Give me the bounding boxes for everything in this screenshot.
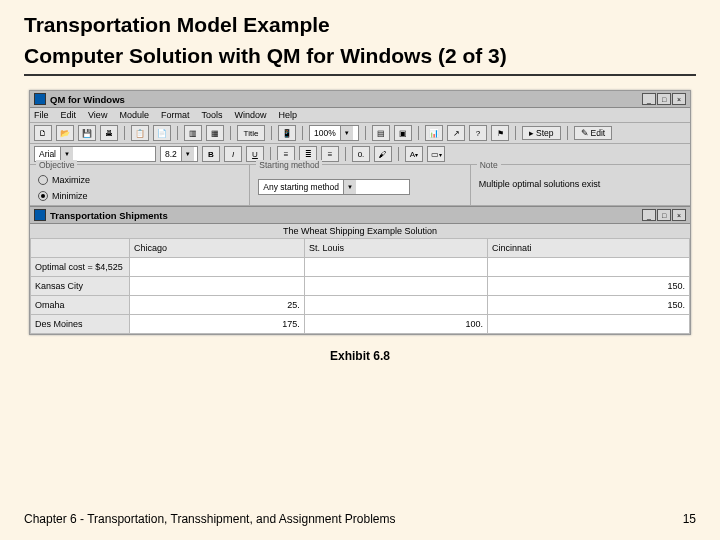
- starting-method-label: Starting method: [256, 160, 322, 170]
- subwin-title: Transportation Shipments: [50, 210, 168, 221]
- footer-chapter: Chapter 6 - Transportation, Transshipmen…: [24, 512, 396, 526]
- print-icon[interactable]: 🖶: [100, 125, 118, 141]
- app-title: QM for Windows: [50, 94, 125, 105]
- toolbar-standard: 🗋 📂 💾 🖶 📋 📄 ▥ ▦ Title 📱 100%▼ ▤ ▣ 📊 ↗ ? …: [30, 123, 690, 144]
- slide-title-line2: Computer Solution with QM for Windows (2…: [24, 43, 696, 68]
- menu-tools[interactable]: Tools: [201, 110, 222, 120]
- bold-button[interactable]: B: [202, 146, 220, 162]
- menu-format[interactable]: Format: [161, 110, 190, 120]
- objective-label: Objective: [36, 160, 77, 170]
- minimize-button[interactable]: _: [642, 93, 656, 105]
- note-panel: Note Multiple optimal solutions exist: [471, 165, 690, 205]
- slide-title-line1: Transportation Model Example: [24, 12, 696, 37]
- results-table: Chicago St. Louis Cincinnati Optimal cos…: [30, 238, 690, 334]
- paste-icon[interactable]: 📄: [153, 125, 171, 141]
- sub-minimize-button[interactable]: _: [642, 209, 656, 221]
- menu-window[interactable]: Window: [234, 110, 266, 120]
- objective-panel: Objective Maximize Minimize: [30, 165, 250, 205]
- title-underline: [24, 74, 696, 76]
- maximize-button[interactable]: □: [657, 93, 671, 105]
- font-color-icon[interactable]: A▾: [405, 146, 423, 162]
- edit-button[interactable]: ✎ Edit: [574, 126, 613, 140]
- note-text: Multiple optimal solutions exist: [479, 179, 682, 189]
- exhibit-caption: Exhibit 6.8: [24, 349, 696, 363]
- chart-icon[interactable]: 📊: [425, 125, 443, 141]
- title-tool-icon[interactable]: Title: [237, 125, 265, 141]
- grid-title: The Wheat Shipping Example Solution: [30, 224, 690, 238]
- col-cincinnati: Cincinnati: [488, 239, 690, 258]
- corner-cell: [31, 239, 130, 258]
- screenshot-window: QM for Windows _ □ × File Edit View Modu…: [29, 90, 691, 335]
- starting-method-panel: Starting method Any starting method▼: [250, 165, 470, 205]
- starting-method-select[interactable]: Any starting method▼: [258, 179, 410, 195]
- step-button[interactable]: ▸ Step: [522, 126, 561, 140]
- close-button[interactable]: ×: [672, 93, 686, 105]
- open-icon[interactable]: 📂: [56, 125, 74, 141]
- decimal0-icon[interactable]: 0.: [352, 146, 370, 162]
- menu-view[interactable]: View: [88, 110, 107, 120]
- calculator-icon[interactable]: 📱: [278, 125, 296, 141]
- fill-color-icon[interactable]: ▭▾: [427, 146, 445, 162]
- font-size-select[interactable]: 8.2▼: [160, 146, 198, 162]
- menu-help[interactable]: Help: [278, 110, 297, 120]
- menu-edit[interactable]: Edit: [61, 110, 77, 120]
- zoom-select[interactable]: 100%▼: [309, 125, 359, 141]
- subwin-icon: [34, 209, 46, 221]
- flag-icon[interactable]: ⚑: [491, 125, 509, 141]
- table-row-optimal: Optimal cost = $4,525: [31, 258, 690, 277]
- table-row: Kansas City 150.: [31, 277, 690, 296]
- optimal-cost-cell: Optimal cost = $4,525: [31, 258, 130, 277]
- layout2-icon[interactable]: ▣: [394, 125, 412, 141]
- options-row: Objective Maximize Minimize Starting met…: [30, 165, 690, 206]
- sub-close-button[interactable]: ×: [672, 209, 686, 221]
- menu-module[interactable]: Module: [119, 110, 149, 120]
- col-chicago: Chicago: [130, 239, 305, 258]
- italic-button[interactable]: I: [224, 146, 242, 162]
- arrow-icon[interactable]: ↗: [447, 125, 465, 141]
- menu-file[interactable]: File: [34, 110, 49, 120]
- menu-bar: File Edit View Module Format Tools Windo…: [30, 108, 690, 123]
- layout1-icon[interactable]: ▤: [372, 125, 390, 141]
- table-row: Omaha 25. 150.: [31, 296, 690, 315]
- sub-maximize-button[interactable]: □: [657, 209, 671, 221]
- new-icon[interactable]: 🗋: [34, 125, 52, 141]
- help-icon[interactable]: ?: [469, 125, 487, 141]
- cascade-icon[interactable]: ▥: [184, 125, 202, 141]
- toolbar-format: Arial▼ 8.2▼ B I U ≡ ≣ ≡ 0. 🖌 A▾ ▭▾: [30, 144, 690, 165]
- results-subwindow: Transportation Shipments _ □ × The Wheat…: [30, 206, 690, 334]
- align-right-icon[interactable]: ≡: [321, 146, 339, 162]
- copy-icon[interactable]: 📋: [131, 125, 149, 141]
- app-icon: [34, 93, 46, 105]
- footer-page-number: 15: [683, 512, 696, 526]
- note-label: Note: [477, 160, 501, 170]
- radio-minimize[interactable]: Minimize: [38, 191, 241, 201]
- save-icon[interactable]: 💾: [78, 125, 96, 141]
- tile-icon[interactable]: ▦: [206, 125, 224, 141]
- radio-maximize[interactable]: Maximize: [38, 175, 241, 185]
- paint-icon[interactable]: 🖌: [374, 146, 392, 162]
- titlebar: QM for Windows _ □ ×: [30, 91, 690, 108]
- table-row: Des Moines 175. 100.: [31, 315, 690, 334]
- col-stlouis: St. Louis: [304, 239, 487, 258]
